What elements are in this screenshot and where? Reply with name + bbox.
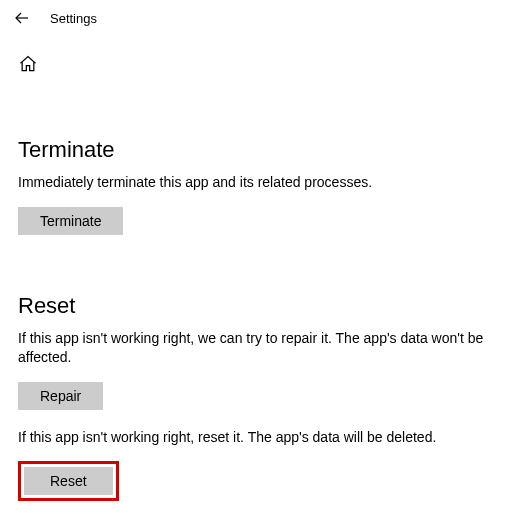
back-arrow-icon[interactable] bbox=[14, 10, 30, 26]
settings-header: Settings bbox=[0, 0, 523, 36]
reset-button-highlight: Reset bbox=[18, 461, 119, 501]
repair-description: If this app isn't working right, we can … bbox=[18, 329, 488, 368]
header-title: Settings bbox=[50, 11, 97, 26]
content-area: Terminate Immediately terminate this app… bbox=[0, 137, 523, 501]
terminate-heading: Terminate bbox=[18, 137, 505, 163]
terminate-section: Terminate Immediately terminate this app… bbox=[18, 137, 505, 235]
reset-section: Reset If this app isn't working right, w… bbox=[18, 293, 505, 502]
terminate-button[interactable]: Terminate bbox=[18, 207, 123, 235]
reset-description: If this app isn't working right, reset i… bbox=[18, 428, 488, 448]
home-icon[interactable] bbox=[18, 54, 38, 79]
terminate-description: Immediately terminate this app and its r… bbox=[18, 173, 488, 193]
repair-button[interactable]: Repair bbox=[18, 382, 103, 410]
reset-button[interactable]: Reset bbox=[24, 467, 113, 495]
home-icon-row bbox=[0, 36, 523, 79]
reset-heading: Reset bbox=[18, 293, 505, 319]
